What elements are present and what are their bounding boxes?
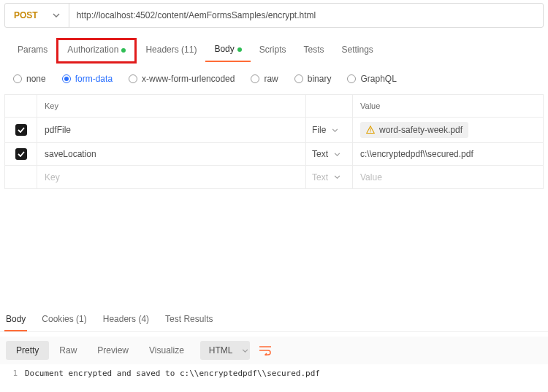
- radio-icon: [347, 74, 356, 83]
- tab-settings[interactable]: Settings: [333, 40, 382, 61]
- tab-body[interactable]: Body: [205, 39, 250, 62]
- chevron-down-icon: [332, 128, 338, 132]
- response-tab-headers-count: (4): [138, 314, 149, 324]
- table-row: Key Text Value: [5, 166, 543, 188]
- body-type-raw[interactable]: raw: [251, 74, 278, 84]
- table-row: saveLocation Text c:\\encryptedpdf\\secu…: [5, 143, 543, 166]
- chevron-down-icon: [334, 153, 340, 156]
- column-header-value: Value: [353, 95, 543, 117]
- file-name: word-safety-week.pdf: [379, 125, 463, 135]
- radio-icon: [13, 74, 22, 83]
- response-tab-test-results[interactable]: Test Results: [164, 310, 214, 331]
- tab-tests[interactable]: Tests: [294, 40, 332, 61]
- row-enable-checkbox[interactable]: [15, 148, 27, 160]
- row-enable-checkbox-empty: [5, 166, 37, 188]
- column-checkbox: [5, 95, 37, 117]
- response-body[interactable]: 1 Document encrypted and saved to c:\\en…: [0, 364, 548, 383]
- svg-rect-0: [370, 128, 370, 131]
- tab-headers-label: Headers: [145, 45, 178, 55]
- type-select[interactable]: Text: [306, 143, 353, 165]
- view-pretty-button[interactable]: Pretty: [6, 341, 49, 360]
- value-cell[interactable]: c:\\encryptedpdf\\secured.pdf: [353, 143, 543, 165]
- tab-headers-count: (11): [181, 45, 197, 55]
- http-method-select[interactable]: POST: [5, 4, 69, 27]
- body-type-graphql[interactable]: GraphQL: [347, 74, 396, 84]
- form-data-table: Key Value pdfFile File word-safety-week.…: [4, 94, 544, 189]
- tab-body-label: Body: [214, 44, 234, 54]
- wrap-lines-icon[interactable]: [259, 345, 272, 356]
- body-type-none-label: none: [26, 74, 46, 84]
- warning-icon: [366, 126, 375, 134]
- radio-icon: [251, 74, 259, 83]
- response-line: Document encrypted and saved to c:\\encr…: [25, 369, 320, 378]
- view-preview-button[interactable]: Preview: [87, 341, 139, 360]
- tab-headers[interactable]: Headers (11): [137, 40, 205, 61]
- response-tab-headers[interactable]: Headers (4): [102, 310, 151, 331]
- response-tab-headers-label: Headers: [103, 314, 136, 324]
- column-header-type: [306, 95, 353, 117]
- type-label: Text: [312, 172, 328, 182]
- check-icon: [18, 151, 25, 157]
- radio-icon: [62, 74, 71, 83]
- language-label: HTML: [202, 341, 240, 360]
- response-tab-body[interactable]: Body: [4, 310, 27, 331]
- body-type-graphql-label: GraphQL: [360, 74, 396, 84]
- response-tab-cookies-count: (1): [76, 314, 87, 324]
- view-visualize-button[interactable]: Visualize: [139, 341, 194, 360]
- radio-icon: [294, 74, 303, 83]
- body-type-form-data[interactable]: form-data: [62, 74, 113, 84]
- column-header-key: Key: [37, 95, 306, 117]
- chevron-down-icon: [242, 349, 248, 353]
- body-type-urlencoded[interactable]: x-www-form-urlencoded: [129, 74, 235, 84]
- response-tab-cookies[interactable]: Cookies (1): [40, 310, 88, 331]
- language-select[interactable]: HTML: [200, 341, 250, 360]
- svg-rect-1: [370, 131, 370, 132]
- check-icon: [18, 127, 25, 133]
- type-select[interactable]: File: [306, 118, 353, 142]
- chevron-down-icon: [53, 13, 60, 18]
- http-method-label: POST: [14, 10, 38, 20]
- value-cell[interactable]: Value: [353, 166, 543, 188]
- radio-icon: [129, 74, 137, 83]
- line-number: 1: [6, 369, 25, 378]
- tab-scripts[interactable]: Scripts: [251, 40, 295, 61]
- chevron-down-icon: [334, 175, 340, 179]
- file-chip[interactable]: word-safety-week.pdf: [360, 122, 468, 138]
- key-cell[interactable]: Key: [37, 166, 306, 188]
- body-type-none[interactable]: none: [13, 74, 46, 84]
- body-type-urlencoded-label: x-www-form-urlencoded: [142, 74, 235, 84]
- body-type-formdata-label: form-data: [75, 74, 113, 84]
- type-select[interactable]: Text: [306, 166, 353, 188]
- body-type-binary-label: binary: [308, 74, 332, 84]
- response-tab-cookies-label: Cookies: [42, 314, 73, 324]
- body-type-binary[interactable]: binary: [294, 74, 332, 84]
- status-dot-icon: [121, 48, 126, 53]
- tab-authorization[interactable]: Authorization: [56, 38, 137, 64]
- key-cell[interactable]: pdfFile: [37, 118, 306, 142]
- view-raw-button[interactable]: Raw: [49, 341, 87, 360]
- table-row: pdfFile File word-safety-week.pdf: [5, 118, 543, 143]
- tab-authorization-label: Authorization: [67, 45, 118, 55]
- tab-params[interactable]: Params: [9, 40, 56, 61]
- body-type-raw-label: raw: [264, 74, 278, 84]
- row-enable-checkbox[interactable]: [15, 124, 27, 136]
- type-label: File: [312, 125, 326, 135]
- key-cell[interactable]: saveLocation: [37, 143, 306, 165]
- status-dot-icon: [237, 47, 242, 52]
- request-url-input[interactable]: [69, 4, 543, 27]
- type-label: Text: [312, 149, 328, 159]
